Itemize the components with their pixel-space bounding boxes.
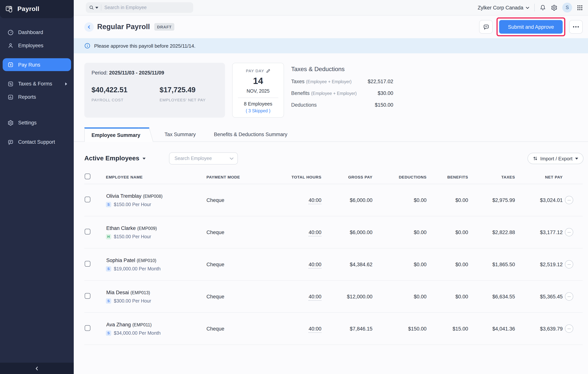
header-actions: Submit and Approve	[479, 17, 583, 36]
employee-code: (EMP013)	[130, 290, 150, 295]
page-header: Regular Payroll DRAFT Submit and Approve	[74, 16, 588, 38]
pay-rate-line: H $150.00 Per Hour	[100, 234, 194, 239]
notifications-bell-icon[interactable]	[540, 4, 546, 11]
pay-type-badge: H	[106, 234, 111, 239]
row-checkbox[interactable]	[85, 229, 90, 234]
row-checkbox[interactable]	[85, 325, 90, 331]
import-export-caret-icon	[575, 157, 578, 159]
employee-code: (EMP011)	[132, 322, 152, 327]
content: Period: 2025/11/03 - 2025/11/09 $40,422.…	[74, 53, 588, 374]
sidebar-item-taxes-forms[interactable]: Taxes & Forms	[0, 77, 74, 90]
sidebar-item-reports[interactable]: Reports	[0, 90, 74, 104]
tab-employee-summary[interactable]: Employee Summary	[84, 127, 146, 142]
employee-name[interactable]: Ava Zhang(EMP011)	[100, 322, 194, 327]
total-hours-link[interactable]: 40:00	[309, 261, 321, 268]
payment-mode-cell: Cheque	[194, 280, 247, 312]
col-employee-name: EMPLOYEE NAME	[99, 170, 194, 184]
tax-row-benefits: Benefits (Employee + Employer) $30.00	[291, 90, 393, 96]
submit-and-approve-button[interactable]: Submit and Approve	[499, 20, 563, 34]
row-menu-button[interactable]	[565, 324, 573, 333]
row-menu-button[interactable]	[565, 228, 573, 236]
col-total-hours: TOTAL HOURS	[247, 170, 323, 184]
pay-rate: $34,000.00 Per Month	[114, 330, 160, 336]
banner-text: Please approve this payroll before 2025/…	[94, 43, 196, 49]
search-scope-caret-icon[interactable]	[95, 7, 98, 9]
row-menu-button[interactable]	[565, 196, 573, 204]
employee-name[interactable]: Sophia Patel(EMP010)	[100, 257, 194, 263]
total-hours-link[interactable]: 40:00	[309, 326, 321, 332]
reports-icon	[8, 94, 14, 100]
total-hours-link[interactable]: 40:00	[309, 294, 321, 301]
pay-type-badge: S	[106, 330, 111, 336]
tab-benefits-deductions-summary[interactable]: Benefits & Deductions Summary	[205, 127, 296, 141]
main-area: Search in Employee Zylker Corp Canada	[74, 0, 588, 374]
total-hours-link[interactable]: 40:00	[309, 197, 321, 204]
period-value: 2025/11/03 - 2025/11/09	[109, 70, 164, 76]
payment-mode-cell: Cheque	[194, 184, 247, 216]
employee-name[interactable]: Ethan Clarke(EMP009)	[100, 225, 194, 231]
sidebar-nav: Dashboard Employees Pay	[0, 18, 74, 363]
sidebar-item-dashboard[interactable]: Dashboard	[0, 26, 74, 39]
info-icon	[84, 43, 90, 49]
search-employee-select[interactable]: Search Employee	[169, 152, 238, 165]
settings-gear-topbar-icon[interactable]	[551, 4, 557, 11]
total-hours-link[interactable]: 40:00	[309, 229, 321, 236]
employee-code: (EMP008)	[143, 194, 163, 198]
tax-row-taxes: Taxes (Employee + Employer) $22,517.02	[291, 79, 393, 84]
taxes-deductions-title: Taxes & Deductions	[291, 66, 393, 73]
user-avatar[interactable]: S	[562, 3, 572, 12]
submenu-chevron-icon	[65, 82, 68, 86]
row-checkbox[interactable]	[85, 293, 90, 299]
contact-support-icon	[8, 139, 14, 145]
global-search-input[interactable]: Search in Employee	[86, 2, 193, 13]
sidebar-item-settings[interactable]: Settings	[0, 116, 74, 129]
search-divider	[101, 5, 101, 10]
product-name: Payroll	[17, 5, 39, 13]
benefits-cell: $15.00	[429, 312, 470, 345]
tab-tax-summary[interactable]: Tax Summary	[155, 127, 205, 141]
benefits-cell: $0.00	[429, 280, 470, 312]
comments-button[interactable]	[479, 20, 493, 34]
pay-rate-line: S $150.00 Per Hour	[100, 202, 194, 207]
pay-runs-icon	[8, 62, 14, 68]
pay-rate: $300.00 Per Hour	[114, 298, 151, 303]
row-checkbox[interactable]	[85, 197, 90, 202]
select-all-checkbox[interactable]	[85, 174, 90, 179]
comment-bubble-icon	[483, 24, 489, 30]
row-menu-button[interactable]	[565, 260, 573, 269]
payroll-logo-icon	[5, 5, 14, 13]
payday-employee-count: 8 Employees	[232, 101, 284, 107]
pay-rate: $19,000.00 Per Month	[114, 266, 160, 271]
sidebar-item-contact-support[interactable]: Contact Support	[0, 135, 74, 149]
employee-name[interactable]: Olivia Tremblay(EMP008)	[100, 193, 194, 199]
taxes-cell: $6,634.55	[470, 280, 517, 312]
sidebar-item-pay-runs[interactable]: Pay Runs	[3, 58, 71, 71]
col-benefits: BENEFITS	[429, 170, 470, 184]
row-menu-button[interactable]	[565, 292, 573, 301]
sidebar-item-employees[interactable]: Employees	[0, 39, 74, 52]
org-switcher[interactable]: Zylker Corp Canada	[478, 5, 529, 10]
table-row: Ethan Clarke(EMP009) H $150.00 Per Hour …	[84, 216, 583, 248]
org-chevron-icon	[525, 6, 529, 9]
import-export-button[interactable]: Import / Export	[527, 153, 584, 164]
edit-pencil-icon[interactable]	[266, 69, 270, 73]
benefits-cell: $0.00	[429, 248, 470, 280]
approval-banner: Please approve this payroll before 2025/…	[74, 38, 588, 53]
sidebar: Payroll Dashboard Employees	[0, 0, 74, 374]
taxes-deductions-block: Taxes & Deductions Taxes (Employee + Emp…	[291, 63, 393, 118]
row-checkbox[interactable]	[85, 261, 90, 267]
app-grid-icon[interactable]	[577, 5, 583, 10]
col-gross-pay: GROSS PAY	[323, 170, 374, 184]
back-button[interactable]	[84, 22, 94, 31]
more-actions-button[interactable]	[569, 20, 583, 34]
employee-name[interactable]: Mia Desai(EMP013)	[100, 290, 194, 295]
gross-pay-cell: $12,000.00	[323, 280, 374, 312]
skipped-employees-link[interactable]: ( 3 Skipped )	[232, 109, 284, 113]
topbar: Search in Employee Zylker Corp Canada	[74, 0, 588, 16]
net-pay-stat: $17,725.49 EMPLOYEES' NET PAY	[159, 86, 228, 102]
sidebar-collapse-button[interactable]	[0, 363, 74, 374]
employee-filter-dropdown[interactable]: Active Employees	[84, 155, 145, 162]
col-net-pay: NET PAY	[517, 170, 565, 184]
net-pay-label: EMPLOYEES' NET PAY	[159, 98, 228, 102]
employee-table-body: Olivia Tremblay(EMP008) S $150.00 Per Ho…	[84, 184, 583, 345]
